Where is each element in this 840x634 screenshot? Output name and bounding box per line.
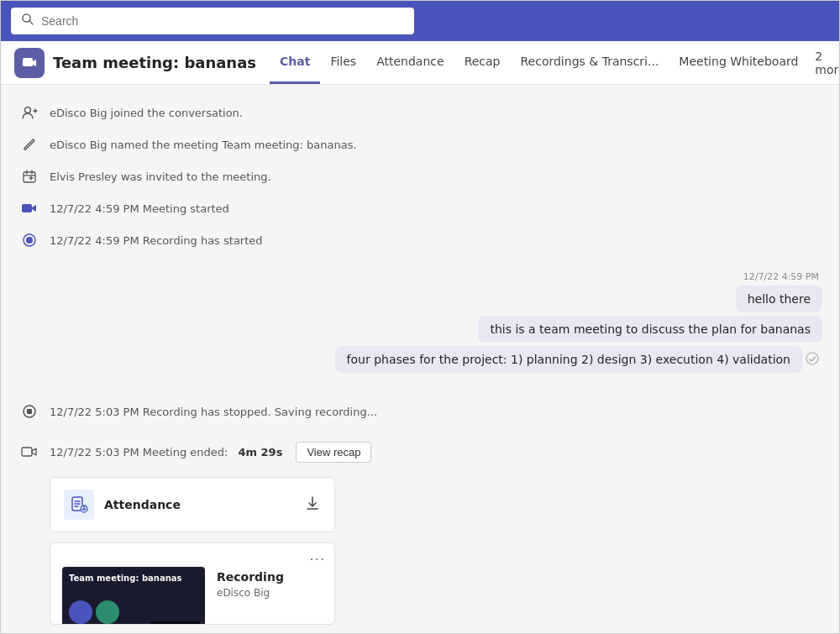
tab-attendance[interactable]: Attendance	[366, 41, 454, 84]
tab-more[interactable]: 2 more ▾	[808, 41, 840, 84]
record-icon	[18, 228, 41, 252]
svg-rect-2	[23, 58, 33, 66]
message-group-user: 12/7/22 4:59 PM hello there this is a te…	[18, 271, 822, 373]
svg-point-3	[25, 107, 31, 113]
chat-area: eDisco Big joined the conversation. eDis…	[1, 85, 839, 634]
attendance-file-icon	[64, 490, 94, 520]
system-msg-invited: Elvis Presley was invited to the meeting…	[18, 162, 822, 191]
avatar-1	[69, 600, 92, 624]
sent-checkmark-icon	[806, 352, 819, 368]
recording-card-body: Team meeting: bananas 3m 43s Recording e…	[50, 563, 334, 625]
download-icon[interactable]	[304, 495, 321, 515]
recording-author: eDisco Big	[217, 587, 284, 599]
header: Team meeting: bananas Chat Files Attenda…	[1, 41, 839, 85]
tab-chat[interactable]: Chat	[270, 41, 320, 84]
pencil-icon	[18, 133, 41, 156]
search-input[interactable]	[41, 14, 404, 28]
recording-card-header: ...	[50, 543, 334, 563]
video-icon	[18, 196, 41, 220]
message-bubble-3: four phases for the project: 1) planning…	[335, 346, 802, 373]
recording-duration: 3m 43s	[150, 621, 200, 625]
meeting-duration: 4m 29s	[238, 446, 282, 458]
system-msg-named: eDisco Big named the meeting Team meetin…	[18, 130, 822, 159]
svg-rect-18	[22, 448, 32, 456]
meeting-icon	[14, 48, 45, 78]
event-meeting-ended: 12/7/22 5:03 PM Meeting ended: 4m 29s Vi…	[18, 437, 822, 467]
attendance-left: Attendance	[64, 490, 181, 520]
event-recording-stopped: 12/7/22 5:03 PM Recording has stopped. S…	[18, 396, 822, 427]
thumbnail-avatars	[69, 600, 119, 624]
meeting-title: Team meeting: bananas	[53, 54, 256, 71]
recording-card: ... Team meeting: bananas 3m 43s Recordi…	[50, 542, 335, 625]
tab-bar: Chat Files Attendance Recap Recordings &…	[270, 41, 840, 84]
calendar-invite-icon	[18, 165, 41, 188]
recording-title: Recording	[217, 570, 284, 584]
svg-line-1	[29, 21, 33, 24]
system-msg-meeting-started: 12/7/22 4:59 PM Meeting started	[18, 194, 822, 223]
avatar-2	[96, 600, 119, 624]
svg-point-15	[806, 353, 818, 364]
recording-thumbnail[interactable]: Team meeting: bananas 3m 43s	[62, 567, 205, 625]
search-icon	[21, 13, 34, 29]
system-msg-recording-started: 12/7/22 4:59 PM Recording has started	[18, 226, 822, 254]
search-input-wrapper	[11, 8, 414, 34]
svg-rect-17	[27, 409, 32, 414]
attendance-card: Attendance	[50, 477, 335, 532]
person-join-icon	[18, 101, 41, 124]
message-bubble-1: hello there	[736, 286, 822, 312]
message-bubble-2: this is a team meeting to discuss the pl…	[478, 316, 822, 343]
system-msg-joined: eDisco Big joined the conversation.	[18, 98, 822, 127]
svg-rect-6	[24, 172, 35, 182]
tab-files[interactable]: Files	[320, 41, 366, 84]
message-timestamp: 12/7/22 4:59 PM	[743, 271, 819, 282]
attendance-label: Attendance	[104, 498, 181, 511]
svg-point-14	[26, 237, 33, 244]
tab-whiteboard[interactable]: Meeting Whiteboard	[669, 41, 808, 84]
more-options-button[interactable]: ...	[310, 548, 326, 563]
record-stop-icon	[18, 400, 41, 423]
meeting-end-icon	[18, 440, 41, 464]
recording-info: Recording eDisco Big	[217, 567, 284, 599]
view-recap-button[interactable]: View recap	[296, 442, 371, 463]
thumbnail-title: Team meeting: bananas	[69, 574, 181, 583]
tab-recordings[interactable]: Recordings & Transcri...	[511, 41, 669, 84]
search-bar	[1, 1, 839, 41]
svg-rect-12	[22, 204, 32, 212]
tab-recap[interactable]: Recap	[454, 41, 511, 84]
